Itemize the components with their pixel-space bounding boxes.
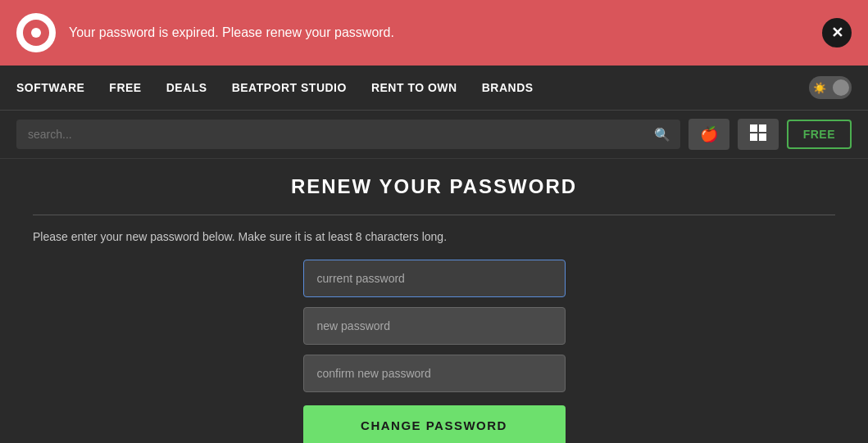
nav-item-deals[interactable]: DEALS [166,81,207,94]
toggle-circle [833,79,849,96]
apple-icon: 🍎 [700,125,718,143]
current-password-input[interactable] [303,260,566,297]
windows-icon [750,124,766,145]
confirm-password-input[interactable] [303,355,566,392]
page-title: RENEW YOUR PASSWORD [33,175,835,198]
nav-item-brands[interactable]: BRANDS [482,81,534,94]
nav-item-free[interactable]: FREE [109,81,141,94]
nav-item-beatport-studio[interactable]: BEATPORT STUDIO [232,81,347,94]
alert-message: Your password is expired. Please renew y… [69,25,394,40]
svg-rect-1 [759,124,766,132]
nav-item-software[interactable]: SOFTWARE [16,81,84,94]
alert-banner: Your password is expired. Please renew y… [0,0,868,66]
logo-inner [23,20,49,46]
brand-logo [16,13,56,52]
apple-button[interactable]: 🍎 [688,119,729,150]
change-password-button[interactable]: CHANGE PASSWORD [303,405,566,443]
svg-rect-3 [759,133,766,141]
search-bar-row: 🔍 🍎 FREE [0,111,868,159]
theme-toggle[interactable]: ☀️ [809,76,852,99]
search-input[interactable] [16,120,680,149]
nav-links: SOFTWARE FREE DEALS BEATPORT STUDIO RENT… [16,81,534,94]
sun-icon: ☀️ [813,82,826,94]
main-content: RENEW YOUR PASSWORD Please enter your ne… [0,159,868,443]
logo-dot [31,28,41,38]
alert-close-button[interactable]: ✕ [822,18,852,47]
nav-bar: SOFTWARE FREE DEALS BEATPORT STUDIO RENT… [0,66,868,111]
nav-item-rent-to-own[interactable]: RENT TO OWN [371,81,457,94]
alert-left: Your password is expired. Please renew y… [16,13,394,52]
instruction-text: Please enter your new password below. Ma… [33,230,835,243]
nav-right: ☀️ [809,76,852,99]
svg-rect-0 [750,124,757,132]
search-icon: 🔍 [654,127,670,142]
free-button[interactable]: FREE [787,120,852,149]
page-divider [33,215,835,215]
new-password-input[interactable] [303,307,566,345]
search-container: 🔍 [16,120,680,149]
password-form: CHANGE PASSWORD [33,260,835,443]
windows-button[interactable] [738,119,779,150]
svg-rect-2 [750,133,757,141]
